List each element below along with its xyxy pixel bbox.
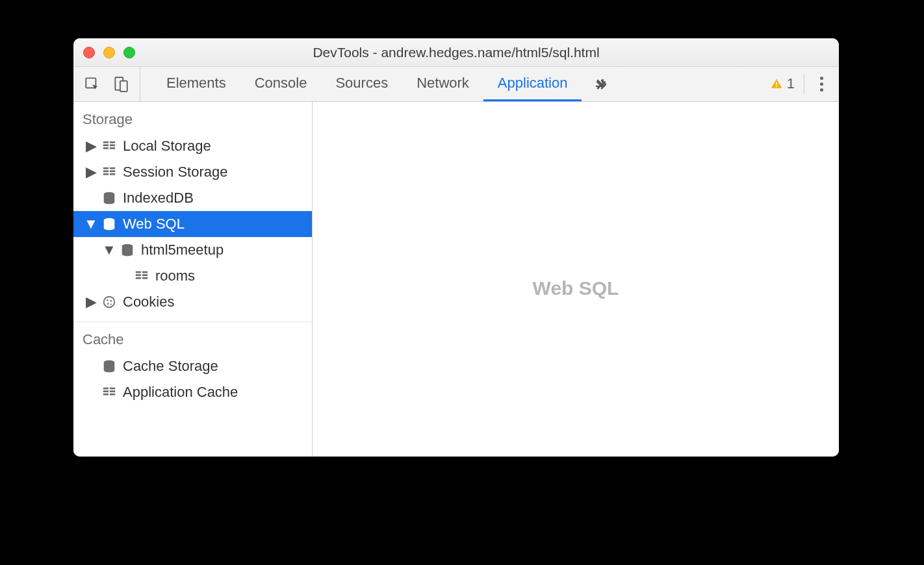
svg-point-28 [110,300,112,302]
window-title: DevTools - andrew.hedges.name/html5/sql.… [73,45,839,60]
svg-rect-10 [110,147,115,149]
tab-sources[interactable]: Sources [321,67,402,101]
local-storage-item[interactable]: ▶ Local Storage [73,133,312,159]
expand-icon: ▶ [86,138,96,155]
indexeddb-label: IndexedDB [123,190,194,207]
svg-rect-34 [103,390,109,392]
application-cache-item[interactable]: ▶ Application Cache [73,379,312,405]
expand-icon: ▶ [86,294,96,310]
cookies-label: Cookies [123,294,174,310]
svg-point-26 [104,297,115,308]
svg-rect-2 [120,81,127,91]
tab-application[interactable]: Application [483,67,582,101]
table-label: rooms [155,268,195,284]
svg-rect-4 [776,86,777,87]
svg-rect-35 [110,390,115,392]
svg-rect-6 [110,142,115,144]
close-window-button[interactable] [83,47,95,58]
svg-rect-15 [103,173,109,175]
svg-rect-13 [103,170,109,172]
storage-grid-icon [133,269,150,283]
cookies-item[interactable]: ▶ Cookies [73,289,312,315]
cache-storage-label: Cache Storage [123,358,218,375]
database-icon [101,217,118,231]
storage-grid-icon [101,165,118,179]
database-icon [101,191,118,205]
application-cache-label: Application Cache [123,384,238,401]
svg-rect-7 [103,144,109,146]
tab-network[interactable]: Network [402,67,483,101]
expand-icon: ▶ [86,164,96,181]
storage-grid-icon [101,139,118,153]
database-item[interactable]: ▼ html5meetup [73,237,312,263]
storage-grid-icon [101,385,118,399]
application-sidebar: Storage ▶ Local Storage ▶ Session Storag… [73,102,313,457]
cache-group-title: Cache [73,322,312,353]
collapse-icon: ▼ [86,216,96,232]
session-storage-label: Session Storage [123,164,227,181]
svg-rect-20 [136,271,141,273]
svg-rect-37 [110,394,115,396]
svg-rect-14 [110,170,115,172]
main-panel-title: Web SQL [533,277,619,299]
devtools-toolbar: Elements Console Sources Network Applica… [73,67,839,102]
svg-rect-23 [142,274,148,276]
indexeddb-item[interactable]: ▶ IndexedDB [73,185,312,211]
warning-count: 1 [787,75,795,92]
svg-rect-11 [103,168,109,170]
svg-rect-32 [103,388,109,390]
svg-point-27 [107,299,109,301]
database-icon [119,243,136,257]
svg-rect-21 [142,271,148,273]
local-storage-label: Local Storage [123,138,211,155]
zoom-window-button[interactable] [123,47,135,58]
svg-rect-24 [136,277,141,279]
traffic-lights [73,47,135,58]
table-item[interactable]: rooms [73,263,312,289]
svg-rect-16 [110,173,115,175]
inspect-element-icon[interactable] [84,76,101,93]
tab-console[interactable]: Console [240,67,322,101]
web-sql-item[interactable]: ▼ Web SQL [73,211,312,237]
database-label: html5meetup [141,242,224,258]
svg-point-30 [110,304,112,305]
device-toolbar-icon[interactable] [112,76,129,93]
cache-storage-item[interactable]: ▶ Cache Storage [73,353,312,379]
svg-rect-3 [776,82,777,85]
minimize-window-button[interactable] [103,47,115,58]
svg-rect-8 [110,144,115,146]
storage-group-title: Storage [73,102,312,133]
warning-icon [770,77,783,90]
main-panel: Web SQL [313,102,839,457]
cookie-icon [101,295,118,309]
web-sql-label: Web SQL [123,216,185,232]
tab-elements[interactable]: Elements [152,67,240,101]
svg-rect-25 [142,277,148,279]
svg-rect-9 [103,147,109,149]
tabs-overflow-button[interactable] [582,67,621,101]
svg-rect-33 [110,388,115,390]
window-titlebar: DevTools - andrew.hedges.name/html5/sql.… [73,38,839,67]
svg-rect-22 [136,274,141,276]
svg-rect-12 [110,168,115,170]
session-storage-item[interactable]: ▶ Session Storage [73,159,312,185]
collapse-icon: ▼ [105,242,114,258]
database-icon [101,359,118,373]
more-options-button[interactable] [814,73,830,95]
svg-rect-36 [103,394,109,396]
warnings-indicator[interactable]: 1 [770,74,804,95]
svg-point-29 [107,303,109,305]
devtools-window: DevTools - andrew.hedges.name/html5/sql.… [73,38,839,457]
svg-rect-5 [103,142,109,144]
